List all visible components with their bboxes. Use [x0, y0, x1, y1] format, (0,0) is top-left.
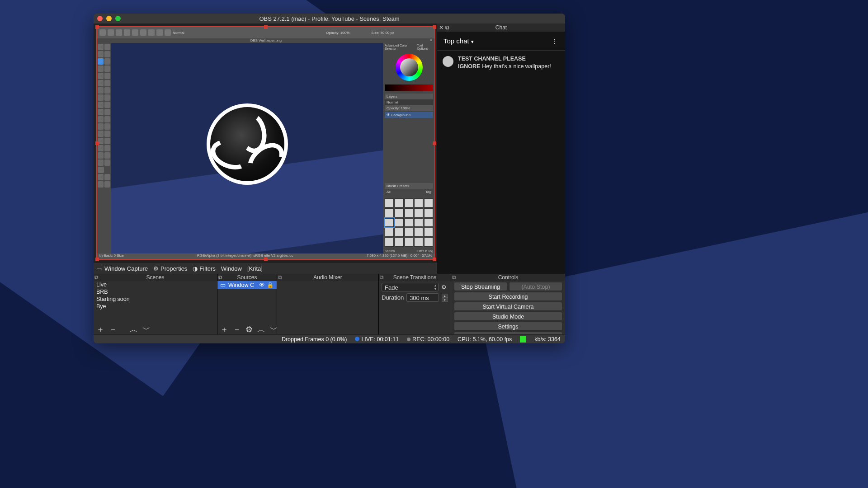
lock-icon[interactable]: 🔒	[267, 282, 274, 288]
duration-input[interactable]: 300 ms	[406, 293, 439, 302]
duration-spin[interactable]: ▴▾	[442, 294, 448, 302]
krita-toolbar: Normal Opacity: 100% Size: 40,00 px	[97, 27, 435, 38]
krita-tool-icon	[140, 29, 146, 36]
live-icon	[355, 337, 359, 341]
preview-stage[interactable]: Normal Opacity: 100% Size: 40,00 px OBS …	[96, 26, 435, 260]
close-icon: ×	[430, 38, 432, 42]
rec-time-label: REC: 00:00:00	[407, 336, 449, 343]
krita-panel-title: Tool Options	[417, 44, 433, 50]
close-icon[interactable]: ✕	[439, 24, 443, 31]
scenes-panel: ⧉Scenes LiveBRBStarting soonBye ＋ － ︿ ﹀	[94, 274, 217, 334]
move-up-button[interactable]: ︿	[130, 325, 138, 333]
maximize-icon[interactable]	[115, 16, 121, 21]
transition-select[interactable]: Fade ▴▾	[382, 283, 439, 291]
layers-title: Layers	[385, 94, 433, 99]
gear-icon[interactable]	[245, 325, 253, 333]
chat-panel-header: ✕ ⧉ Chat	[437, 23, 565, 32]
bottom-panels: ⧉Scenes LiveBRBStarting soonBye ＋ － ︿ ﹀ …	[94, 274, 565, 334]
captured-window: Normal Opacity: 100% Size: 40,00 px OBS …	[96, 26, 435, 260]
gear-icon	[153, 265, 159, 272]
krita-document-tab: OBS Wallpaper.png ×	[97, 38, 435, 43]
sources-panel: ⧉Sources ▭ Window C 👁 🔒 ＋ － ︿ ﹀	[217, 274, 277, 334]
chat-mode-select[interactable]: Top chat ▾	[443, 37, 474, 45]
auto-stop-button[interactable]: (Auto Stop)	[509, 282, 562, 291]
audio-mixer-panel: ⧉Audio Mixer	[277, 274, 379, 334]
scenes-header: ⧉Scenes	[94, 274, 217, 281]
popout-icon[interactable]: ⧉	[380, 274, 384, 281]
scene-item[interactable]: Live	[94, 281, 217, 288]
popout-icon[interactable]: ⧉	[278, 274, 282, 281]
kbps-label: kb/s: 3364	[534, 336, 561, 343]
krita-tool-icon	[156, 29, 163, 36]
controls-panel: ⧉Controls Stop Streaming (Auto Stop) Sta…	[451, 274, 565, 334]
start-recording-button[interactable]: Start Recording	[454, 292, 562, 301]
dropped-frames-label: Dropped Frames 0 (0.0%)	[282, 336, 347, 343]
popout-icon[interactable]: ⧉	[218, 274, 222, 281]
studio-mode-button[interactable]: Studio Mode	[454, 312, 562, 321]
filter-icon: ◑	[193, 265, 198, 272]
krita-tool-icon	[132, 29, 138, 36]
krita-statusbar: b) Basic-5 Size RGB/Alpha (8-bit integer…	[97, 253, 435, 260]
krita-tool-icon	[108, 29, 114, 36]
source-indicator: ▭ Window Capture	[96, 265, 148, 272]
krita-dockers: Advanced Color Selector Tool Options Lay…	[383, 43, 435, 253]
color-wheel	[396, 54, 423, 81]
chat-panel-title: Chat	[495, 24, 507, 31]
close-icon[interactable]	[97, 16, 103, 21]
krita-size-label: Size: 40,00 px	[371, 31, 394, 35]
layer-item: 👁 Background	[385, 112, 433, 118]
popout-icon[interactable]: ⧉	[452, 274, 456, 281]
remove-button[interactable]: －	[233, 325, 241, 333]
window-icon: ▭	[96, 265, 102, 272]
controls-header: ⧉Controls	[451, 274, 565, 281]
krita-toolbox	[97, 43, 111, 253]
move-down-button[interactable]: ﹀	[142, 325, 151, 333]
visibility-icon[interactable]: 👁	[259, 282, 265, 288]
layers-panel: Layers Normal Opacity: 100% 👁 Background	[385, 94, 433, 118]
popout-icon[interactable]: ⧉	[445, 24, 449, 31]
avatar	[443, 56, 453, 67]
chat-message: TEST CHANNEL PLEASE IGNOREHey that's a n…	[443, 55, 560, 70]
source-item[interactable]: ▭ Window C 👁 🔒	[217, 281, 277, 289]
gradient-bar	[385, 84, 433, 91]
add-button[interactable]: ＋	[96, 325, 104, 333]
chat-body-text: Hey that's a nice wallpaper!	[482, 63, 551, 70]
start-virtual-camera-button[interactable]: Start Virtual Camera	[454, 302, 562, 311]
scene-item[interactable]: BRB	[94, 288, 217, 296]
window-label: Window	[221, 265, 242, 272]
remove-button[interactable]: －	[109, 325, 117, 333]
chat-menu-icon[interactable]: ⋮	[552, 38, 559, 45]
filters-button[interactable]: ◑Filters	[193, 265, 215, 272]
gear-icon[interactable]	[441, 284, 448, 291]
transitions-header: ⧉Scene Transitions	[379, 274, 451, 281]
sources-header: ⧉Sources	[217, 274, 277, 281]
chat-text: TEST CHANNEL PLEASE IGNOREHey that's a n…	[458, 55, 560, 70]
move-up-button[interactable]: ︿	[257, 325, 265, 333]
window-icon: ▭	[220, 282, 226, 288]
krita-tool-icon	[124, 29, 130, 36]
properties-button[interactable]: Properties	[153, 265, 187, 272]
krita-tool-icon	[99, 29, 106, 36]
live-time-label: LIVE: 00:01:11	[355, 336, 399, 343]
krita-canvas	[111, 43, 383, 253]
stop-streaming-button[interactable]: Stop Streaming	[454, 282, 507, 291]
add-button[interactable]: ＋	[220, 325, 228, 333]
krita-tool-icon	[148, 29, 155, 36]
titlebar: OBS 27.2.1 (mac) - Profile: YouTube - Sc…	[94, 14, 565, 23]
obs-window: OBS 27.2.1 (mac) - Profile: YouTube - Sc…	[94, 14, 565, 343]
scenes-list: LiveBRBStarting soonBye	[94, 281, 217, 324]
popout-icon[interactable]: ⧉	[94, 274, 99, 281]
minimize-icon[interactable]	[106, 16, 112, 21]
duration-label: Duration	[382, 294, 404, 301]
scene-item[interactable]: Starting soon	[94, 296, 217, 303]
stream-health-indicator	[520, 336, 526, 343]
record-icon	[407, 338, 410, 341]
main-body: ✕ ⧉ Chat Top chat ▾ ⋮ TEST CHANNEL PLEAS…	[94, 23, 565, 343]
chat-body: TEST CHANNEL PLEASE IGNOREHey that's a n…	[437, 51, 565, 274]
scene-item[interactable]: Bye	[94, 303, 217, 310]
brush-presets-panel: Brush Presets AllTag	[385, 183, 433, 195]
transitions-panel: ⧉Scene Transitions Fade ▴▾ Duration 300 …	[379, 274, 451, 334]
source-item-name: Window C	[228, 282, 254, 288]
settings-button[interactable]: Settings	[454, 322, 562, 331]
krita-mode-label: Normal	[173, 31, 184, 35]
